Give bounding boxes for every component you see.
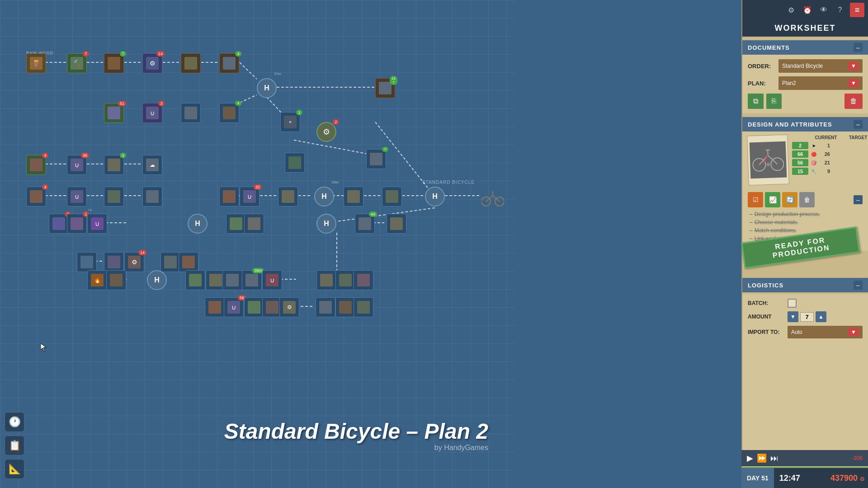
svg-line-46: [337, 208, 435, 221]
node-r8-1[interactable]: [205, 297, 225, 317]
node-r2-1[interactable]: 51: [104, 103, 124, 123]
tab-trash[interactable]: 🗑: [799, 192, 815, 207]
question-icon[interactable]: ?: [834, 4, 846, 16]
node-r6-3[interactable]: ⚙ 14: [124, 252, 144, 272]
node-mid-right[interactable]: 7: [366, 149, 386, 169]
node-mid-1[interactable]: ⚬ 1: [280, 112, 300, 132]
node-r6-1[interactable]: [77, 252, 97, 272]
node-r1-1[interactable]: 🪵: [26, 53, 46, 73]
plan-select[interactable]: Plan2 ▼: [778, 76, 863, 90]
node-r8-3[interactable]: [244, 297, 264, 317]
tab-checklist[interactable]: ☑: [748, 192, 763, 207]
node-r2-3[interactable]: [181, 103, 201, 123]
status-bar: DAY 51 12:47 437900 ⊙: [741, 468, 868, 488]
blueprint-icon-btn[interactable]: 📐: [5, 459, 24, 479]
node-r6-2[interactable]: [104, 252, 124, 272]
node-r5-7[interactable]: [387, 214, 406, 234]
amount-down-btn[interactable]: ▼: [788, 311, 798, 322]
node-r3-1[interactable]: 4: [26, 155, 46, 175]
node-r3-4[interactable]: ☁: [142, 155, 162, 175]
documents-section-header: DOCUMENTS –: [742, 40, 868, 55]
node-r4-6[interactable]: ∪ 32: [240, 187, 259, 206]
node-r7-10[interactable]: [354, 270, 373, 290]
node-r5-4[interactable]: [226, 214, 246, 234]
node-r1-6[interactable]: 4: [219, 53, 239, 73]
node-r8-8[interactable]: [354, 297, 373, 317]
node-r8-6[interactable]: [316, 297, 335, 317]
node-r5-5[interactable]: [244, 214, 264, 234]
paste-btn[interactable]: ⎘: [766, 94, 782, 109]
node-r2-4[interactable]: 4: [219, 103, 239, 123]
node-r7-3[interactable]: [185, 270, 205, 290]
design-collapse-btn[interactable]: –: [854, 120, 863, 129]
node-r5-6[interactable]: 44: [355, 214, 375, 234]
node-r4-9[interactable]: [382, 187, 402, 206]
node-r4-3[interactable]: [104, 187, 124, 206]
node-r6-4[interactable]: [160, 252, 180, 272]
node-r3-3[interactable]: 3: [104, 155, 124, 175]
node-r4-8[interactable]: [344, 187, 363, 206]
node-r4-1[interactable]: 4: [26, 187, 46, 206]
node-r8-2[interactable]: ∪ 56: [224, 297, 244, 317]
node-r7-1[interactable]: 🔥: [87, 270, 107, 290]
order-select[interactable]: Standard Bicycle ▼: [778, 59, 863, 73]
fast-forward-btn[interactable]: ⏩: [757, 453, 767, 463]
connector-h5[interactable]: H: [188, 214, 208, 234]
connector-h5-2[interactable]: H: [316, 214, 336, 234]
connector-h4-2[interactable]: H: [425, 187, 445, 206]
tab-chart[interactable]: 📈: [765, 192, 780, 207]
tab-settings[interactable]: 🔄: [782, 192, 797, 207]
node-r7-9[interactable]: [335, 270, 355, 290]
clock-toolbar-icon[interactable]: ⏰: [801, 4, 814, 16]
node-r4-7[interactable]: [278, 187, 298, 206]
node-r5-3[interactable]: ∪ +1: [87, 214, 107, 234]
node-mid-2[interactable]: [285, 153, 305, 173]
node-r7-8[interactable]: [316, 270, 336, 290]
connector-gear[interactable]: ⚙ 2: [316, 122, 336, 142]
amount-up-btn[interactable]: ▲: [816, 311, 826, 322]
node-r6-5[interactable]: [179, 252, 198, 272]
node-r7-6[interactable]: 39m: [242, 270, 262, 290]
documents-collapse-btn[interactable]: –: [854, 43, 863, 52]
connector-h1[interactable]: H 57m: [257, 78, 277, 98]
stat-target-4: 9: [819, 169, 830, 174]
node-r5-1[interactable]: 2: [49, 214, 69, 234]
node-r1-right[interactable]: 127: [375, 78, 395, 98]
connector-h7[interactable]: H: [147, 270, 167, 290]
node-r1-5[interactable]: [181, 53, 201, 73]
node-r4-2[interactable]: ∪: [67, 187, 87, 206]
copy-btn[interactable]: ⧉: [748, 94, 764, 109]
node-r7-2[interactable]: [106, 270, 126, 290]
checklist-item-2: Choose materials.: [750, 219, 861, 225]
clock-icon-btn[interactable]: 🕐: [5, 412, 24, 432]
money-change: -306: [852, 455, 863, 461]
hamburger-icon[interactable]: ≡: [850, 3, 864, 17]
node-r4-4[interactable]: [142, 187, 162, 206]
node-r1-3[interactable]: 7: [104, 53, 124, 73]
play-btn[interactable]: ▶: [747, 453, 753, 463]
connector-h4-1[interactable]: H 25m: [314, 187, 334, 206]
logistics-collapse-btn[interactable]: –: [854, 281, 863, 290]
node-r7-5[interactable]: [222, 270, 242, 290]
node-r4-5[interactable]: [219, 187, 239, 206]
wrench-icon[interactable]: ⚙: [785, 4, 797, 16]
node-r7-7[interactable]: ∪: [262, 270, 282, 290]
import-select[interactable]: Auto ▼: [788, 326, 863, 338]
node-r5-2[interactable]: 1: [67, 214, 87, 234]
node-r1-2[interactable]: 🔨 7: [67, 53, 87, 73]
svg-marker-53: [41, 343, 46, 352]
node-r3-2[interactable]: ∪ 36: [67, 155, 87, 175]
tabs-collapse-btn[interactable]: –: [854, 195, 863, 204]
node-r2-2[interactable]: ∪ 3: [142, 103, 162, 123]
logistics-label: LOGISTICS: [748, 282, 783, 289]
node-r8-5[interactable]: ⚙: [279, 297, 299, 317]
delete-btn[interactable]: 🗑: [844, 94, 863, 109]
clipboard-icon-btn[interactable]: 📋: [5, 436, 24, 455]
batch-checkbox[interactable]: [788, 299, 797, 308]
design-image: [747, 134, 789, 185]
stat-current-3: 56: [792, 159, 808, 166]
node-r8-7[interactable]: [335, 297, 355, 317]
skip-forward-btn[interactable]: ⏭: [770, 454, 778, 463]
eye-icon[interactable]: 👁: [817, 4, 830, 16]
node-r1-4[interactable]: ⚙ 14: [142, 53, 162, 73]
